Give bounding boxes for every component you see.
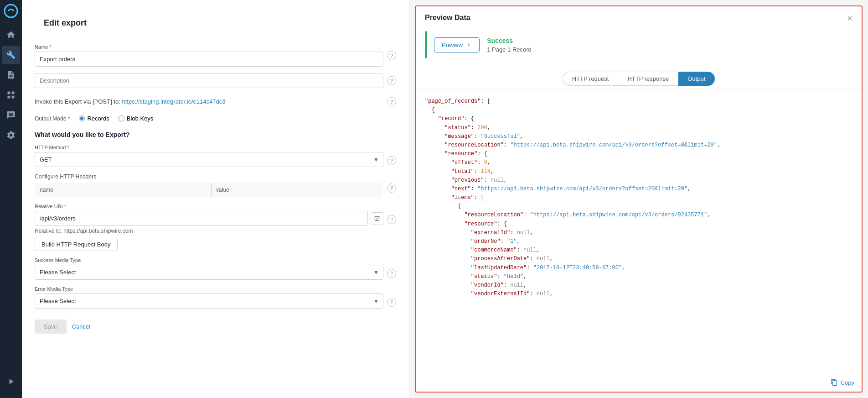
sidebar (0, 0, 22, 398)
success-media-group: Success Media Type Please Select applica… (35, 257, 396, 280)
success-media-help-icon[interactable]: ? (387, 269, 396, 278)
sidebar-item-home[interactable] (2, 26, 20, 44)
configure-headers-label: Configure HTTP Headers (35, 173, 383, 180)
name-input[interactable] (35, 52, 383, 67)
sidebar-item-grid[interactable] (2, 86, 20, 104)
records-radio-option[interactable]: Records (79, 115, 109, 122)
svg-point-0 (5, 5, 17, 17)
headers-name-col: name (35, 183, 212, 197)
preview-status-row: Preview Success 1 Page 1 Record (425, 27, 852, 62)
error-media-help-icon[interactable]: ? (387, 298, 396, 307)
error-media-group: Error Media Type Please Select applicati… (35, 286, 396, 309)
copy-button[interactable]: Copy (831, 379, 854, 386)
relative-uri-help-icon[interactable]: ? (387, 215, 396, 224)
error-media-label: Error Media Type (35, 286, 383, 292)
preview-title: Preview Data (425, 14, 470, 22)
blob-radio-option[interactable]: Blob Keys (119, 115, 154, 122)
export-question: What would you like to Export? (35, 131, 396, 138)
page-title: Edit export (44, 18, 87, 28)
relative-to-text: Relative to: https://api.beta.shipwire.c… (35, 228, 396, 234)
close-button[interactable]: × (847, 14, 852, 23)
description-input[interactable] (35, 73, 383, 88)
success-media-select[interactable]: Please Select application/json applicati… (35, 265, 383, 280)
status-record-text: 1 Page 1 Record (487, 46, 532, 53)
invoke-help-icon[interactable]: ? (387, 97, 396, 106)
headers-value-col: value (212, 183, 383, 197)
error-media-select-wrapper: Please Select application/json applicati… (35, 293, 383, 309)
http-method-select-wrapper: GET POST PUT ▼ (35, 152, 383, 167)
http-method-select[interactable]: GET POST PUT (35, 152, 383, 167)
success-media-label: Success Media Type (35, 257, 383, 263)
preview-btn-label: Preview (442, 42, 463, 48)
error-media-select[interactable]: Please Select application/json applicati… (35, 293, 383, 309)
json-output: "page_of_records": [ { "record": { "stat… (416, 90, 862, 375)
main-content: Edit export Name * ? ? (22, 0, 868, 398)
preview-tabs: HTTP request HTTP response Output (416, 66, 862, 90)
invoke-form-group: Invoke this Export via [POST] to: https:… (35, 94, 396, 109)
tab-http-request[interactable]: HTTP request (563, 72, 618, 86)
save-button[interactable]: Save (35, 319, 67, 334)
http-headers-group: Configure HTTP Headers name value ? (35, 173, 396, 197)
edit-export-panel: Edit export Name * ? ? (22, 0, 868, 398)
external-link-icon[interactable] (371, 212, 383, 225)
http-method-help-icon[interactable]: ? (387, 156, 396, 165)
copy-btn-container: Copy (416, 375, 862, 392)
relative-uri-group: Relative URI * ? Relative to: https://ap… (35, 204, 396, 251)
preview-status-info: Success 1 Page 1 Record (487, 37, 532, 53)
http-method-label: HTTP Method * (35, 145, 383, 150)
preview-panel: Preview Data × Preview Success 1 Page 1 … (415, 5, 863, 393)
invoke-text: Invoke this Export via [POST] to: https:… (35, 98, 225, 105)
headers-table: name value (35, 183, 383, 197)
logo (4, 4, 18, 18)
preview-button[interactable]: Preview (434, 37, 480, 52)
top-bar: Edit export (35, 11, 396, 37)
blob-radio[interactable] (119, 115, 124, 121)
tab-http-response[interactable]: HTTP response (618, 72, 678, 86)
form-section: Edit export Name * ? ? (22, 0, 409, 398)
http-method-group: HTTP Method * GET POST PUT ▼ ? (35, 145, 396, 167)
tab-output[interactable]: Output (678, 72, 715, 86)
blob-label: Blob Keys (127, 115, 154, 122)
relative-uri-label: Relative URI * (35, 204, 383, 209)
description-help-icon[interactable]: ? (387, 76, 396, 85)
output-mode-label: Output Mode * (35, 115, 70, 122)
build-body-button[interactable]: Build HTTP Request Body (35, 238, 118, 251)
form-actions: Save Cancel (35, 319, 396, 334)
invoke-url: https://staging.integrator.io/e114c47dc3 (122, 98, 225, 105)
green-status-indicator (425, 31, 427, 58)
name-form-group: Name * ? (35, 44, 396, 67)
sidebar-item-settings[interactable] (2, 126, 20, 144)
preview-header: Preview Data × Preview Success 1 Page 1 … (416, 6, 862, 66)
records-radio[interactable] (79, 115, 85, 121)
description-form-group: ? (35, 73, 396, 88)
sidebar-item-chat[interactable] (2, 106, 20, 124)
name-label: Name * (35, 44, 383, 50)
success-media-select-wrapper: Please Select application/json applicati… (35, 265, 383, 280)
copy-btn-label: Copy (841, 379, 854, 386)
name-help-icon[interactable]: ? (387, 51, 396, 60)
sidebar-item-tools[interactable] (2, 46, 20, 64)
sidebar-item-pages[interactable] (2, 66, 20, 84)
relative-uri-input[interactable] (35, 211, 368, 226)
records-label: Records (87, 115, 109, 122)
status-success-text: Success (487, 37, 532, 44)
cancel-button[interactable]: Cancel (72, 323, 90, 330)
sidebar-item-expand[interactable] (2, 372, 20, 391)
headers-help-icon[interactable]: ? (387, 183, 396, 193)
output-mode-group: Output Mode * Records Blob Keys (35, 115, 396, 122)
json-code: "page_of_records": [ { "record": { "stat… (425, 97, 852, 298)
copy-icon (831, 379, 838, 386)
